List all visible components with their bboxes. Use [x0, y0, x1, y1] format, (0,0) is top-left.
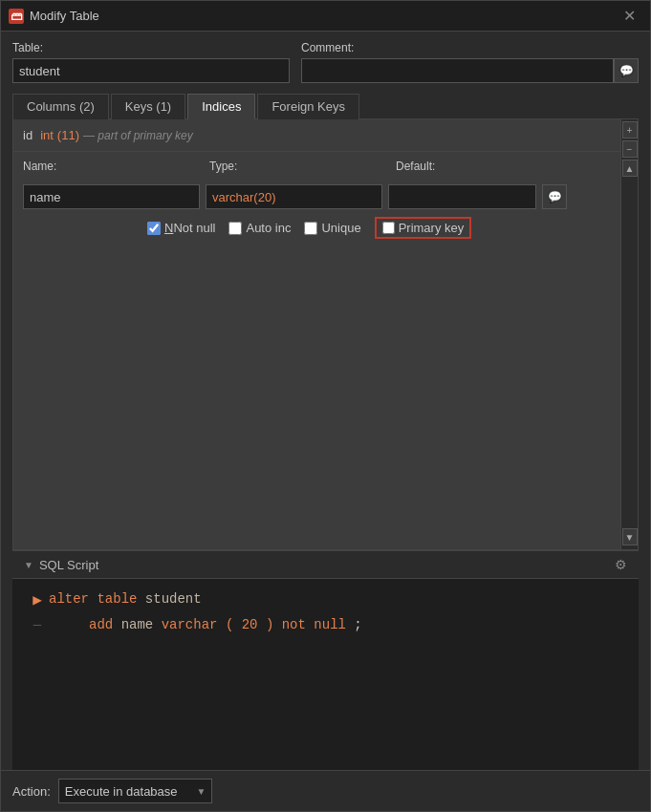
action-select[interactable]: Execute in database ▼	[58, 779, 213, 803]
checkboxes-row: NNot null Auto inc Unique	[23, 217, 611, 239]
default-field-label: Default:	[396, 160, 435, 173]
scroll-subtract-button[interactable]: −	[622, 140, 638, 158]
bottom-bar: Action: Execute in database ▼	[1, 770, 650, 811]
tab-indices[interactable]: Indices	[187, 94, 255, 119]
app-icon: 🗃	[9, 9, 24, 24]
comment-label: Comment:	[301, 41, 639, 54]
sql-header: ▼ SQL Script ⚙	[12, 551, 639, 579]
sql-toggle-icon[interactable]: ▼	[24, 560, 33, 570]
column-comment: — part of primary key	[83, 129, 193, 142]
column-name: id	[23, 128, 33, 142]
vertical-scrollbar: + − ▲ ▼	[620, 119, 638, 549]
sql-line-2-content: add name varchar ( 20 ) not null	[49, 614, 362, 637]
name-field-label: Name:	[23, 160, 200, 173]
table-comment-row: Table: Comment: 💬	[12, 41, 639, 83]
tab-foreign-keys[interactable]: Foreign Keys	[257, 94, 359, 119]
column-form: Name: Type: Default: 💬 NNot n	[13, 152, 638, 246]
main-panel: id int (11) — part of primary key + − ▲ …	[12, 119, 639, 550]
comment-input[interactable]	[301, 58, 614, 83]
auto-inc-checkbox[interactable]	[228, 222, 242, 235]
table-name-input[interactable]	[12, 58, 290, 83]
sql-title: SQL Script	[39, 558, 615, 572]
not-null-checkbox[interactable]	[147, 222, 161, 235]
action-label: Action:	[12, 784, 51, 799]
tabs-bar: Columns (2) Keys (1) Indices Foreign Key…	[12, 93, 639, 119]
default-input[interactable]	[388, 184, 536, 209]
unique-checkbox-item[interactable]: Unique	[304, 221, 360, 235]
table-label: Table:	[12, 41, 290, 54]
scroll-up-button[interactable]: +	[622, 121, 638, 139]
close-button[interactable]: ✕	[616, 3, 642, 30]
auto-inc-label: Auto inc	[246, 221, 291, 235]
tab-keys[interactable]: Keys (1)	[111, 94, 185, 119]
window-title: Modify Table	[30, 9, 616, 23]
sql-code-block: ▶ alter table student —	[26, 588, 625, 637]
form-inputs-row: 💬	[23, 184, 611, 209]
titlebar: 🗃 Modify Table ✕	[1, 1, 650, 32]
sql-gear-icon[interactable]: ⚙	[615, 557, 627, 572]
sql-body: ▶ alter table student —	[12, 579, 639, 770]
primary-key-checkbox[interactable]	[382, 222, 395, 234]
sql-line-2: — add name varchar ( 20 )	[26, 614, 625, 637]
scroll-down-arrow[interactable]: ▼	[622, 528, 638, 545]
type-field-label: Type:	[209, 160, 386, 173]
sql-arrow-indicator: ▶	[26, 588, 49, 614]
auto-inc-checkbox-item[interactable]: Auto inc	[228, 221, 291, 235]
scroll-up-arrow[interactable]: ▲	[622, 160, 638, 177]
chevron-down-icon: ▼	[197, 786, 206, 797]
comment-input-row: 💬	[301, 58, 639, 83]
action-select-value: Execute in database	[65, 784, 178, 799]
column-preview-row: id int (11) — part of primary key	[13, 119, 638, 152]
main-content: Table: Comment: 💬 Columns (2) Keys (1) I…	[1, 32, 650, 770]
primary-key-box[interactable]: Primary key	[375, 217, 472, 239]
sql-line-1-content: alter table student	[49, 588, 202, 614]
default-comment-button[interactable]: 💬	[542, 184, 567, 209]
table-field-group: Table:	[12, 41, 290, 83]
panel-spacer	[13, 246, 638, 549]
modify-table-window: 🗃 Modify Table ✕ Table: Comment: 💬 Colum…	[0, 0, 651, 812]
sql-section: ▼ SQL Script ⚙ ▶ alter table student	[12, 550, 639, 770]
column-type: int	[40, 128, 54, 142]
not-null-label: NNot null	[164, 221, 215, 235]
unique-checkbox[interactable]	[304, 222, 317, 235]
comment-field-group: Comment: 💬	[301, 41, 639, 83]
sql-line-1: ▶ alter table student	[26, 588, 625, 614]
unique-label: Unique	[321, 221, 360, 235]
primary-key-label: Primary key	[399, 221, 465, 235]
form-labels-row: Name: Type: Default:	[23, 160, 611, 173]
not-null-checkbox-item[interactable]: NNot null	[147, 221, 215, 235]
column-type-detail: (11)	[57, 128, 79, 142]
type-input[interactable]	[206, 184, 382, 209]
comment-button[interactable]: 💬	[614, 58, 639, 83]
sql-line-dash: —	[26, 614, 49, 637]
tab-columns[interactable]: Columns (2)	[12, 94, 109, 119]
name-input[interactable]	[23, 184, 200, 209]
